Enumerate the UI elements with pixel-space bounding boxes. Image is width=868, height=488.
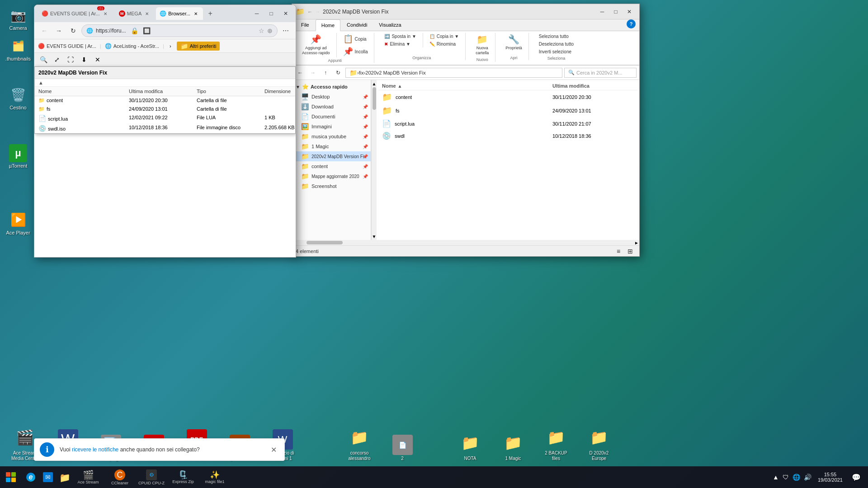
file-row-content[interactable]: 📁content 30/11/2020 20:30 Cartella di fi… xyxy=(35,96,295,105)
task-view-btn[interactable]: ✉ xyxy=(40,469,56,485)
sidebar-item-musica[interactable]: 📁 musica youtube 📌 xyxy=(292,131,371,141)
sidebar-item-content[interactable]: 📁 content 📌 xyxy=(292,161,371,171)
explorer-row-swdl[interactable]: 💿 swdl 10/12/2018 18:36 xyxy=(378,130,637,142)
explorer-row-script[interactable]: 📄 script.lua 30/11/2020 21:07 xyxy=(378,117,637,130)
ribbon-properties-btn[interactable]: 🔧 Proprietà xyxy=(503,33,525,51)
scroll-up-btn[interactable]: ▲ xyxy=(372,80,377,87)
addr-refresh-btn[interactable]: ↻ xyxy=(333,67,344,78)
bottom-icon-nota[interactable]: 📁 NOTA xyxy=(450,428,491,463)
ribbon-rename-btn[interactable]: ✏️ Rinomina xyxy=(427,41,462,47)
taskbar-magic-file[interactable]: ✨ magic file1 xyxy=(199,466,231,488)
browser-tab-browser[interactable]: 🌐 Browser... ✕ xyxy=(156,7,203,20)
browser-close[interactable]: ✕ xyxy=(279,8,292,19)
fullscreen-icon[interactable]: ⛶ xyxy=(65,54,76,65)
tab-browser-close[interactable]: ✕ xyxy=(192,10,199,17)
browser-minimize[interactable]: ─ xyxy=(250,8,263,19)
view-grid-btn[interactable]: ⊞ xyxy=(625,246,636,256)
start-button[interactable] xyxy=(0,466,22,488)
explorer-row-content[interactable]: 📁 content 30/11/2020 20:30 xyxy=(378,90,637,104)
ribbon-move-btn[interactable]: ➡️ Sposta in ▼ xyxy=(382,33,419,40)
sidebar-item-2020v2[interactable]: 📁 2020v2 MapDB Version Fix 📌 xyxy=(292,151,371,161)
desktop-icon-recycle[interactable]: 🗑️ Cestino xyxy=(1,84,35,113)
file-row-iso[interactable]: 💿swdl.iso 10/12/2018 18:36 File immagine… xyxy=(35,123,295,133)
ribbon-tab-home[interactable]: Home xyxy=(316,19,340,31)
file-row-lua[interactable]: 📄script.lua 12/02/2021 09:22 File LUA 1 … xyxy=(35,113,295,123)
explorer-close[interactable]: ✕ xyxy=(623,6,636,17)
desktop-icon-camera[interactable]: 📷 Camera xyxy=(1,5,35,33)
taskbar-express-zip[interactable]: 🗜️ Express Zip xyxy=(167,466,199,488)
taskbar-clock[interactable]: 15:55 19/03/2021 xyxy=(814,472,846,483)
taskbar-ace-stream[interactable]: 🎬 Ace Stream xyxy=(72,466,104,488)
browser-settings-btn[interactable]: ⋯ xyxy=(279,24,292,37)
horizontal-scrollbar[interactable]: ◄ ► xyxy=(292,240,639,245)
sidebar-item-screenshot[interactable]: 📁 Screenshot xyxy=(292,181,371,191)
volume-icon[interactable]: 🔊 xyxy=(803,473,812,482)
taskbar-cpuid[interactable]: ⚙ CPUID CPU-Z xyxy=(136,466,167,488)
address-search[interactable]: 🔍 Cerca in 2020v2 M... xyxy=(564,68,637,78)
taskbar-ccleaner[interactable]: C CCleaner xyxy=(104,466,136,488)
address-bar[interactable]: 🌐 https://foru... 🔒 🔲 ☆ ⊕ xyxy=(81,24,278,37)
help-button[interactable]: ? xyxy=(627,19,636,28)
browser-tab-mega[interactable]: M MEGA ✕ xyxy=(115,7,154,20)
addr-up-btn[interactable]: ↑ xyxy=(320,67,331,78)
explorer-minimize[interactable]: ─ xyxy=(596,6,609,17)
altri-preferiti-btn[interactable]: 📁 Altri preferiti xyxy=(177,42,220,51)
tab-mega-close[interactable]: ✕ xyxy=(143,10,151,17)
col-nome-header[interactable]: Nome ▲ xyxy=(382,83,552,89)
bottom-icon-1magic[interactable]: 📁 1 Magic xyxy=(493,428,533,463)
file-row-fs[interactable]: 📁fs 24/09/2020 13:01 Cartella di file xyxy=(35,105,295,113)
download-icon[interactable]: ⬇ xyxy=(79,54,90,65)
addr-back-btn[interactable]: ← xyxy=(295,67,306,78)
back-button[interactable]: ← xyxy=(38,24,51,37)
network-icon[interactable]: 🌐 xyxy=(792,473,801,482)
addr-forward-btn[interactable]: → xyxy=(307,67,318,78)
explorer-restore[interactable]: □ xyxy=(609,6,622,17)
ribbon-tab-visualizza[interactable]: Visualizza xyxy=(373,19,406,31)
ribbon-pin-btn[interactable]: 📌 Aggiungi adAccesso rapido xyxy=(299,33,333,56)
bottom-icon-2backup[interactable]: 📁 2 BACKUPfiles xyxy=(536,423,576,463)
sidebar-item-1magic[interactable]: 📁 1 Magic 📌 xyxy=(292,141,371,151)
bottom-icon-d2020[interactable]: 📁 D 2020v2Europe xyxy=(579,423,619,463)
bottom-icon-concorso[interactable]: 📁 concorsoalessandro xyxy=(339,423,380,463)
view-list-btn[interactable]: ≡ xyxy=(613,246,624,256)
tab-events-close[interactable]: ✕ xyxy=(102,10,109,17)
browser-maximize[interactable]: □ xyxy=(265,8,278,19)
sidebar-item-mappe[interactable]: 📁 Mappe aggiornate 2020 📌 xyxy=(292,171,371,181)
scroll-down-btn[interactable]: ▼ xyxy=(372,233,377,240)
browser-tab-events[interactable]: 🔴 EVENTS GUIDE | Ar... (1) ✕ xyxy=(38,7,113,20)
notification-center-btn[interactable]: 💬 xyxy=(848,469,864,485)
notif-link[interactable]: ricevere le notifiche xyxy=(72,446,118,453)
ribbon-copyto-btn[interactable]: 📋 Copia in ▼ xyxy=(427,33,462,40)
scroll-right-btn[interactable]: ► xyxy=(634,240,639,245)
close-preview-icon[interactable]: ✕ xyxy=(92,54,103,65)
sidebar-item-desktop[interactable]: 🖥️ Desktop 📌 xyxy=(292,92,371,102)
defender-icon[interactable]: 🛡 xyxy=(782,473,790,482)
explorer-row-fs[interactable]: 📁 fs 24/09/2020 13:01 xyxy=(378,104,637,117)
desktop-icon-utorrent[interactable]: μ µTorrent xyxy=(1,142,35,171)
address-path[interactable]: 📁 › fix › 2020v2 MapDB Version Fix xyxy=(345,68,562,78)
open-new-icon[interactable]: ⤢ xyxy=(52,54,62,65)
forward-button[interactable]: → xyxy=(52,24,65,37)
ribbon-selectall-btn[interactable]: Seleziona tutto xyxy=(536,33,576,40)
refresh-button[interactable]: ↻ xyxy=(67,24,80,37)
show-hidden-btn[interactable]: ▲ xyxy=(772,473,780,482)
ribbon-deselectall-btn[interactable]: Deseleziona tutto xyxy=(536,41,576,47)
bottom-icon-2[interactable]: 📄 2 xyxy=(382,433,423,463)
notification-close[interactable]: ✕ xyxy=(268,444,279,455)
ribbon-paste-btn[interactable]: 📌 Incolla xyxy=(340,46,371,57)
ribbon-tab-file[interactable]: File xyxy=(296,19,315,31)
new-tab-button[interactable]: + xyxy=(205,8,216,19)
taskbar-search-btn[interactable]: e xyxy=(23,469,39,485)
sidebar-accesso-rapido-header[interactable]: ▼ ⭐ Accesso rapido xyxy=(292,82,371,92)
col-date-header[interactable]: Ultima modifica xyxy=(552,83,634,89)
ribbon-delete-btn[interactable]: ✖ Elimina ▼ xyxy=(382,41,419,47)
sidebar-item-documenti[interactable]: 📄 Documenti 📌 xyxy=(292,112,371,122)
ribbon-new-folder-btn[interactable]: 📁 Nuovacartella xyxy=(473,33,491,56)
ribbon-invert-btn[interactable]: Inverti selezione xyxy=(536,48,576,55)
sidebar-scrollbar[interactable]: ▲ ▼ xyxy=(371,80,377,240)
sidebar-item-download[interactable]: ⬇️ Download 📌 xyxy=(292,102,371,112)
ribbon-copy-btn[interactable]: 📋 Copia xyxy=(340,33,371,45)
taskbar-folder-btn[interactable]: 📁 xyxy=(56,469,72,485)
desktop-icon-thumbnails[interactable]: 🗂️ .thumbnails xyxy=(1,35,35,64)
bookmark-events[interactable]: EVENTS GUIDE | Ar... xyxy=(47,43,96,49)
